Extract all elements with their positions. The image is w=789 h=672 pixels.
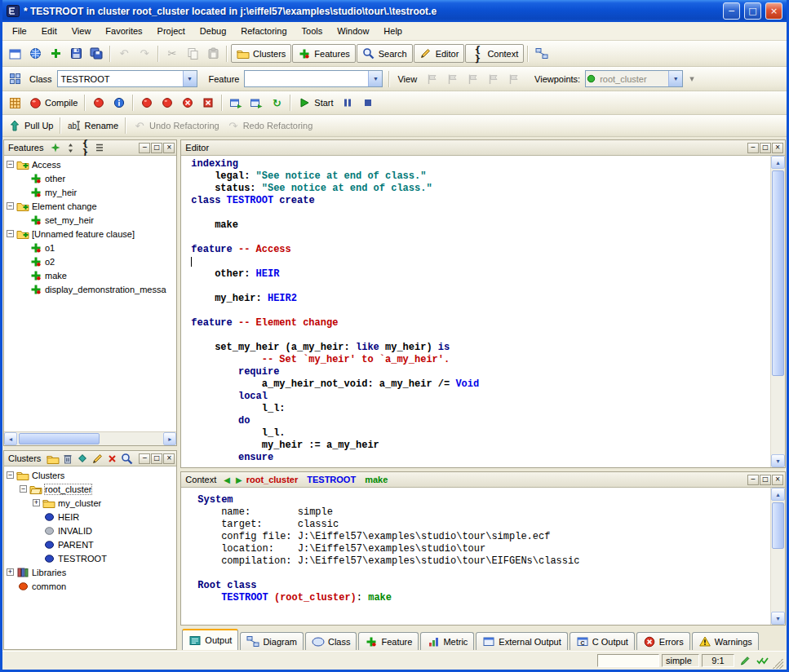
features-signature-button[interactable]: { } <box>78 142 91 154</box>
context-forward-button[interactable]: ▶ <box>234 475 244 484</box>
info-button[interactable] <box>109 94 129 113</box>
update-button[interactable]: ↻ <box>267 94 286 113</box>
breadcrumb-cluster[interactable]: root_cluster <box>246 475 299 484</box>
features-panel-minimize-button[interactable]: ─ <box>139 143 150 153</box>
melt-button[interactable] <box>89 94 109 113</box>
copy-button[interactable] <box>183 44 202 63</box>
clusters-edit-button[interactable] <box>91 453 104 465</box>
minimize-button[interactable]: ─ <box>723 2 740 20</box>
editor-panel-maximize-button[interactable]: □ <box>760 143 771 153</box>
cluster-item-testroot[interactable]: TESTROOT <box>4 551 176 565</box>
menu-favorites[interactable]: Favorites <box>98 22 149 40</box>
rename-button[interactable]: abRename <box>64 117 122 135</box>
cancel-compile-button[interactable] <box>178 94 197 113</box>
viewpoints-dropdown-button[interactable]: ▾ <box>686 69 705 88</box>
cluster-item-libraries[interactable]: +Libraries <box>4 565 176 579</box>
maximize-button[interactable]: □ <box>744 2 761 20</box>
menu-help[interactable]: Help <box>376 22 410 40</box>
view-contract-button[interactable] <box>483 69 503 88</box>
tree-expander-icon[interactable]: − <box>20 485 27 493</box>
context-toggle-button[interactable]: { }Context <box>465 44 524 63</box>
clusters-diagram-button[interactable] <box>76 453 89 465</box>
tab-c-output[interactable]: CC Output <box>570 632 635 650</box>
tab-warnings[interactable]: Warnings <box>692 632 759 650</box>
clusters-add-button[interactable] <box>47 453 60 465</box>
editor-code[interactable]: indexing legal: "See notice at end of cl… <box>181 156 771 467</box>
pause-button[interactable] <box>338 94 357 113</box>
open-button[interactable] <box>25 44 45 63</box>
tree-expander-icon[interactable]: + <box>7 568 14 576</box>
editor-panel-close-button[interactable]: × <box>772 143 783 153</box>
context-panel-maximize-button[interactable]: □ <box>760 475 771 485</box>
features-hscrollbar[interactable]: ◂ ▸ <box>4 431 176 445</box>
clusters-panel-minimize-button[interactable]: ─ <box>139 453 150 464</box>
viewpoints-combobox-arrow-icon[interactable]: ▼ <box>668 71 682 86</box>
feature-item-display-demonstration-messa[interactable]: display_demonstration_messa <box>4 282 176 296</box>
tree-expander-icon[interactable]: − <box>7 161 14 168</box>
scroll-down-button[interactable]: ▾ <box>771 612 785 625</box>
feature-item-o1[interactable]: o1 <box>4 241 176 254</box>
context-back-button[interactable]: ◀ <box>222 475 232 484</box>
menu-refactoring[interactable]: Refactoring <box>233 22 294 40</box>
scroll-down-button[interactable]: ▾ <box>771 454 785 467</box>
edit-mode-icon[interactable] <box>737 654 752 668</box>
view-flat-button[interactable] <box>463 69 482 88</box>
context-area[interactable]: System name: simple target: classic conf… <box>181 488 785 625</box>
feature-combobox-arrow-icon[interactable]: ▼ <box>368 71 382 86</box>
finalize-button[interactable] <box>157 94 177 113</box>
save-button[interactable] <box>66 44 86 63</box>
features-list-button[interactable] <box>93 142 106 154</box>
cluster-item-invalid[interactable]: INVALID <box>4 524 176 537</box>
editor-area[interactable]: indexing legal: "See notice at end of cl… <box>181 156 785 467</box>
feature-item-make[interactable]: make <box>4 268 176 282</box>
clean-compile-button[interactable] <box>198 94 218 113</box>
tree-expander-icon[interactable]: − <box>7 230 14 237</box>
cluster-item-common[interactable]: common <box>4 579 176 593</box>
tab-external-output[interactable]: External Output <box>476 632 567 650</box>
breadcrumb-class[interactable]: TESTROOT <box>307 475 356 484</box>
cut-button[interactable]: ✂ <box>162 44 182 63</box>
scrollbar-thumb[interactable] <box>772 502 784 549</box>
status-filter-field[interactable] <box>597 654 659 667</box>
new-item-button[interactable] <box>46 44 65 63</box>
scroll-up-button[interactable]: ▴ <box>771 156 785 169</box>
features-panel-maximize-button[interactable]: □ <box>151 143 162 153</box>
class-combobox-arrow-icon[interactable]: ▼ <box>183 71 197 86</box>
undo-button[interactable]: ↶ <box>114 44 134 63</box>
menu-view[interactable]: View <box>64 22 99 40</box>
menu-window[interactable]: Window <box>330 22 376 40</box>
save-all-button[interactable] <box>86 44 106 63</box>
menu-debug[interactable]: Debug <box>193 22 233 40</box>
editor-toggle-button[interactable]: Editor <box>414 44 465 63</box>
tab-errors[interactable]: Errors <box>636 632 690 650</box>
class-combobox[interactable]: TESTROOT ▼ <box>57 70 197 87</box>
clusters-delete-button[interactable] <box>105 453 118 465</box>
tab-metric[interactable]: Metric <box>420 632 474 650</box>
view-basic-text-button[interactable] <box>422 69 441 88</box>
features-panel-close-button[interactable]: × <box>163 143 175 153</box>
cluster-item-parent[interactable]: PARENT <box>4 537 176 551</box>
scroll-right-button[interactable]: ▸ <box>163 432 176 445</box>
view-clickable-button[interactable] <box>442 69 462 88</box>
completion-status-icon[interactable] <box>755 654 770 668</box>
viewpoints-combobox[interactable]: root_cluster ▼ <box>585 70 683 87</box>
scrollbar-track[interactable] <box>771 501 785 612</box>
scrollbar-track[interactable] <box>771 169 785 454</box>
editor-vscrollbar[interactable]: ▴ ▾ <box>770 156 785 467</box>
resize-grip[interactable] <box>773 658 783 669</box>
tab-output[interactable]: Output <box>182 629 238 650</box>
cluster-item-my-cluster[interactable]: +my_cluster <box>4 496 176 510</box>
title-bar[interactable]: * TESTROOT in cluster root_cluster locat… <box>2 0 787 22</box>
breadcrumb-feature[interactable]: make <box>365 475 388 484</box>
menu-file[interactable]: File <box>5 22 34 40</box>
undo-refactoring-button[interactable]: ↶Undo Refactoring <box>130 117 223 135</box>
menu-project[interactable]: Project <box>150 22 193 40</box>
feature-item-my-heir[interactable]: my_heir <box>4 185 176 199</box>
redo-button[interactable]: ↷ <box>135 44 154 63</box>
feature-item-unnamed-feature-clause[interactable]: −[Unnamed feature clause] <box>4 227 176 241</box>
clusters-panel-maximize-button[interactable]: □ <box>151 453 162 464</box>
scrollbar-thumb[interactable] <box>19 433 100 444</box>
clusters-panel-close-button[interactable]: × <box>163 453 175 464</box>
stop-button[interactable] <box>358 94 378 113</box>
paste-button[interactable] <box>203 44 223 63</box>
